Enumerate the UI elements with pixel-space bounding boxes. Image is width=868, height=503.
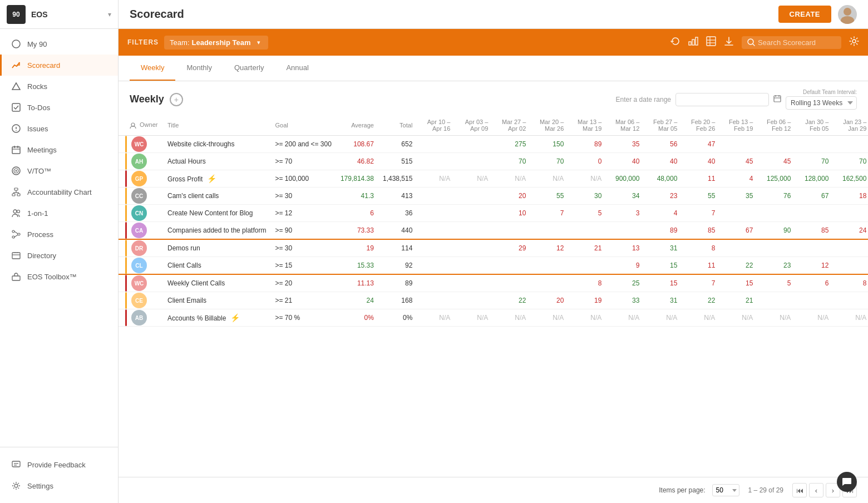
title-cell: Demos run	[163, 239, 270, 257]
value-cell	[492, 274, 530, 292]
value-cell: 25	[606, 274, 644, 292]
filters-label: FILTERS	[127, 38, 159, 46]
value-cell: 19	[568, 292, 606, 309]
svg-point-32	[14, 484, 18, 487]
value-cell: 35	[719, 188, 757, 205]
refresh-icon[interactable]	[670, 36, 680, 48]
title-cell: Gross Profit ⚡	[163, 170, 270, 188]
page-first-button[interactable]: ⏮	[792, 483, 807, 497]
toolbox-icon	[11, 271, 22, 282]
sidebar-nav: My 90 Scorecard Rocks To-Dos	[0, 29, 118, 447]
tab-monthly[interactable]: Monthly	[175, 56, 223, 81]
calendar-picker-icon[interactable]	[773, 95, 781, 104]
sidebar-item-toolbox[interactable]: EOS Toolbox™	[0, 266, 118, 287]
goal-cell: >= 20	[270, 274, 336, 292]
value-cell	[455, 239, 492, 257]
owner-cell-inner: CL	[119, 257, 163, 274]
svg-line-26	[14, 235, 18, 237]
sidebar-item-settings[interactable]: Settings	[0, 475, 118, 496]
value-cell: 40	[606, 153, 644, 170]
sidebar-footer: Provide Feedback Settings	[0, 447, 118, 503]
checkbox-icon	[11, 102, 22, 113]
table-row: DRDemos run>= 301911429122113318	[119, 239, 868, 257]
avatar: CN	[131, 205, 147, 221]
sidebar-item-todos[interactable]: To-Dos	[0, 97, 118, 118]
svg-point-33	[844, 8, 851, 16]
sidebar-item-rocks[interactable]: Rocks	[0, 76, 118, 97]
row-title: Create New Content for Blog	[167, 209, 253, 217]
tab-weekly[interactable]: Weekly	[130, 56, 175, 81]
value-cell: 48,000	[644, 170, 682, 188]
settings-icon[interactable]	[849, 36, 859, 48]
svg-point-5	[16, 130, 17, 131]
owner-cell: CC	[119, 188, 163, 205]
user-avatar[interactable]	[838, 5, 857, 24]
exclamation-icon	[11, 123, 22, 134]
sidebar-item-issues[interactable]: Issues	[0, 118, 118, 139]
sidebar-item-meetings[interactable]: Meetings	[0, 139, 118, 160]
main-content: Scorecard CREATE FILTERS Team: Leadershi…	[119, 0, 868, 503]
sidebar-item-my90[interactable]: My 90	[0, 33, 118, 55]
total-cell: 92	[378, 257, 417, 275]
value-cell: 45	[757, 153, 795, 170]
owner-cell: WC	[119, 136, 163, 153]
sidebar-item-label: Issues	[27, 125, 48, 133]
scorecard-table-wrap: Owner Title Goal Average Total Apr 10 –A…	[119, 115, 868, 477]
value-cell: 40	[682, 153, 719, 170]
add-scorecard-button[interactable]: +	[170, 93, 183, 106]
team-filter[interactable]: Team: Leadership Team ▾	[164, 36, 268, 50]
create-button[interactable]: CREATE	[778, 6, 831, 23]
value-cell: N/A	[530, 170, 568, 188]
value-cell: 4	[719, 170, 757, 188]
bar-chart-icon[interactable]	[688, 36, 698, 48]
feedback-icon	[11, 459, 22, 470]
tab-annual[interactable]: Annual	[275, 56, 319, 81]
sidebar-item-scorecard[interactable]: Scorecard	[0, 55, 118, 76]
sidebar-item-process[interactable]: Process	[0, 224, 118, 245]
value-cell: 31	[644, 239, 682, 257]
row-title: Accounts % Billable	[167, 314, 226, 322]
owner-cell: CL	[119, 257, 163, 275]
chat-widget[interactable]	[837, 472, 857, 492]
value-cell: N/A	[492, 170, 530, 188]
svg-rect-27	[12, 253, 20, 259]
value-cell: 70	[795, 153, 833, 170]
col-header-feb13: Feb 13 –Feb 19	[719, 115, 757, 136]
avatar: DR	[131, 240, 147, 256]
value-cell	[795, 239, 833, 257]
interval-select[interactable]: Rolling 13 Weeks Rolling 26 Weeks Rollin…	[786, 96, 857, 110]
date-range-input[interactable]	[675, 93, 769, 106]
org-icon	[11, 186, 22, 198]
sidebar-item-vto[interactable]: V/TO™	[0, 160, 118, 181]
value-cell: N/A	[492, 309, 530, 327]
title-cell: Accounts % Billable ⚡	[163, 309, 270, 327]
owner-cell: CN	[119, 205, 163, 222]
search-box[interactable]	[742, 36, 841, 49]
avatar: WC	[131, 136, 147, 152]
page-prev-button[interactable]: ‹	[809, 483, 823, 497]
sidebar-item-1on1[interactable]: 1-on-1	[0, 203, 118, 224]
tab-quarterly[interactable]: Quarterly	[223, 56, 275, 81]
pagination: Items per page: 50 25 100 1 – 29 of 29 ⏮…	[119, 477, 868, 503]
value-cell: N/A	[417, 170, 455, 188]
search-input[interactable]	[758, 38, 836, 47]
col-header-jan23: Jan 23 –Jan 29	[833, 115, 868, 136]
svg-point-45	[852, 40, 856, 43]
goal-cell: >= 100,000	[270, 170, 336, 188]
sidebar-item-directory[interactable]: Directory	[0, 245, 118, 266]
goal-cell: >= 90	[270, 222, 336, 240]
svg-point-24	[12, 236, 14, 238]
download-icon[interactable]	[724, 36, 734, 48]
svg-rect-28	[12, 276, 20, 280]
row-title: Client Emails	[167, 297, 206, 304]
process-icon	[11, 229, 22, 240]
average-cell: 15.33	[336, 257, 378, 275]
directory-icon	[11, 250, 22, 261]
value-cell: 4	[644, 205, 682, 222]
items-per-page-select[interactable]: 50 25 100	[712, 484, 739, 496]
table-icon[interactable]	[706, 36, 716, 48]
section-title: Weekly	[130, 93, 164, 105]
value-cell: N/A	[644, 309, 682, 327]
sidebar-item-accountability[interactable]: Accountability Chart	[0, 181, 118, 203]
sidebar-item-feedback[interactable]: Provide Feedback	[0, 454, 118, 475]
